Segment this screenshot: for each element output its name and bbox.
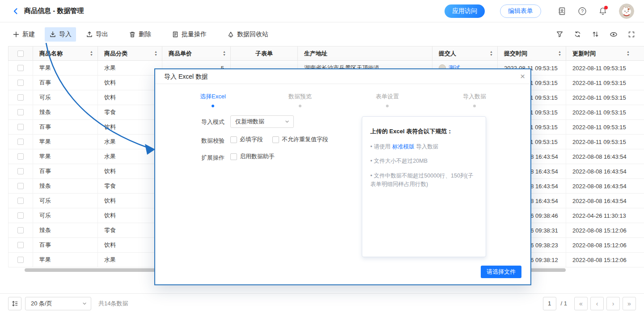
row-checkbox[interactable]: [17, 139, 24, 145]
sort-arrows-icon[interactable]: ▲▼: [154, 51, 157, 57]
page-title: 商品信息 - 数据管理: [24, 7, 84, 15]
user-avatar[interactable]: [619, 4, 634, 19]
page-footer: 20 条/页 共14条数据 / 1 « ‹ › »: [0, 293, 644, 313]
header-right: 应用访问 编辑表单 ?: [445, 4, 634, 19]
no-duplicate-label: 不允许重复值字段: [282, 135, 328, 144]
cell-category: 水果: [98, 149, 162, 164]
new-button[interactable]: 新建: [8, 27, 39, 42]
back-button[interactable]: [12, 7, 20, 15]
row-checkbox[interactable]: [17, 153, 24, 160]
row-checkbox[interactable]: [17, 183, 24, 189]
last-page-button[interactable]: »: [623, 297, 636, 310]
data-assistant-checkbox[interactable]: [230, 153, 237, 160]
column-label: 子表单: [255, 50, 273, 58]
batch-actions-button-label: 批量操作: [182, 30, 207, 38]
app-access-button[interactable]: 应用访问: [445, 4, 485, 18]
row-checkbox-cell: [8, 61, 33, 75]
column-header-price[interactable]: 商品单价▲▼: [162, 47, 231, 60]
row-height-icon: [11, 300, 18, 307]
row-checkbox[interactable]: [17, 65, 24, 71]
cell-product-name: 百事: [33, 120, 98, 134]
sort-arrows-icon[interactable]: ▲▼: [627, 51, 630, 57]
row-checkbox[interactable]: [17, 212, 24, 219]
row-checkbox[interactable]: [17, 80, 24, 86]
next-page-button[interactable]: ›: [606, 297, 620, 310]
upload-tips-panel: 上传的 Excel 表符合以下规范： 请使用 标准模版 导入数据 文件大小不超过…: [362, 116, 486, 257]
import-mode-label: 导入模式: [201, 118, 225, 126]
help-icon[interactable]: ?: [578, 7, 587, 16]
column-header-update-time[interactable]: 更新时间▲▼: [566, 47, 644, 60]
import-mode-select[interactable]: 仅新增数据: [230, 115, 294, 128]
page-number-input[interactable]: [543, 297, 556, 310]
data-assistant-option: 启用数据助手: [230, 152, 275, 161]
row-height-button[interactable]: [8, 297, 21, 310]
column-header-address[interactable]: 生产地址: [298, 47, 432, 60]
required-field-checkbox[interactable]: [230, 136, 237, 143]
select-all-checkbox[interactable]: [17, 51, 24, 57]
row-checkbox[interactable]: [17, 227, 24, 233]
cell-category: 水果: [98, 135, 162, 149]
eye-icon[interactable]: [610, 30, 618, 38]
row-checkbox[interactable]: [17, 168, 24, 174]
export-button-label: 导出: [96, 30, 108, 38]
row-checkbox[interactable]: [17, 257, 24, 263]
sort-arrows-icon[interactable]: ▲▼: [223, 51, 226, 57]
cell-product-name: 可乐: [33, 90, 98, 105]
prev-page-button[interactable]: ‹: [590, 297, 604, 310]
row-checkbox[interactable]: [17, 198, 24, 204]
sort-icon[interactable]: [592, 30, 599, 38]
tip-text: 请使用: [374, 144, 392, 150]
column-header-submitter[interactable]: 提交人▲▼: [432, 47, 498, 60]
column-header-subform[interactable]: 子表单: [231, 47, 298, 60]
select-file-button[interactable]: 请选择文件: [481, 266, 521, 278]
import-mode-value: 仅新增数据: [235, 118, 264, 126]
page-size-value: 20 条/页: [31, 300, 52, 308]
close-icon[interactable]: ×: [520, 70, 525, 83]
sort-arrows-icon[interactable]: ▲▼: [490, 51, 493, 57]
export-button[interactable]: 导出: [81, 27, 113, 42]
edit-form-button[interactable]: 编辑表单: [500, 4, 541, 18]
column-label: 提交时间: [504, 50, 527, 58]
first-page-button[interactable]: «: [574, 297, 588, 310]
no-duplicate-checkbox[interactable]: [272, 136, 279, 143]
recycle-bin-button[interactable]: 数据回收站: [223, 27, 273, 42]
contacts-icon[interactable]: [557, 7, 566, 16]
step-select-excel[interactable]: 选择Excel: [200, 93, 226, 101]
row-checkbox[interactable]: [17, 109, 24, 115]
cat-avatar-image: [619, 4, 634, 19]
refresh-icon[interactable]: [574, 30, 581, 38]
column-header-submit-time[interactable]: 提交时间▲▼: [498, 47, 566, 60]
recycle-icon: [227, 31, 234, 38]
cell-category: 零食: [98, 105, 162, 119]
row-checkbox[interactable]: [17, 94, 24, 101]
cell-update-time: 2022-08-11 09:53:15: [566, 120, 644, 134]
page: 商品信息 - 数据管理 应用访问 编辑表单 ?: [0, 0, 644, 313]
column-header-category[interactable]: 商品分类▲▼: [98, 47, 162, 60]
tip-template: 请使用 标准模版 导入数据: [370, 143, 478, 151]
cell-product-name: 苹果: [33, 253, 98, 267]
cell-category: 饮料: [98, 90, 162, 105]
fullscreen-icon[interactable]: [628, 31, 635, 38]
trash-icon: [129, 31, 136, 38]
batch-actions-button[interactable]: 批量操作: [167, 27, 211, 42]
filter-icon[interactable]: [556, 30, 564, 38]
row-checkbox-cell: [8, 194, 33, 208]
sort-arrows-icon[interactable]: ▲▼: [558, 51, 561, 57]
sort-arrows-icon[interactable]: ▲▼: [90, 51, 93, 57]
cell-category: 饮料: [98, 76, 162, 90]
row-checkbox-cell: [8, 238, 33, 252]
cell-update-time: 2022-08-11 09:53:15: [566, 90, 644, 105]
column-header-product-name[interactable]: 商品名称▲▼: [33, 47, 98, 60]
cell-update-time: 2022-08-11 09:53:15: [566, 61, 644, 75]
import-button[interactable]: 导入: [45, 27, 76, 42]
column-label: 更新时间: [572, 50, 596, 58]
notification-bell-icon[interactable]: [598, 7, 607, 16]
delete-button[interactable]: 删除: [124, 27, 156, 42]
footer-left: 20 条/页 共14条数据: [0, 297, 128, 310]
page-size-select[interactable]: 20 条/页: [25, 297, 91, 310]
row-checkbox[interactable]: [17, 124, 24, 130]
row-checkbox[interactable]: [17, 242, 24, 248]
standard-template-link[interactable]: 标准模版: [392, 144, 415, 150]
column-label: 提交人: [439, 50, 456, 58]
new-button-label: 新建: [22, 30, 35, 38]
